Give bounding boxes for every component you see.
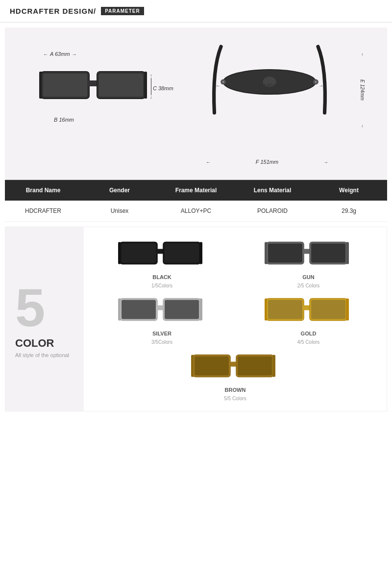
front-view: ← A 63mm → B 16mm C 38mm [24,42,191,160]
top-view: ← D 146mm → ↑ E 124mm ↓ ← F 151mm → [201,42,368,170]
color-item-brown: BROWN 5/5 Colors [165,350,306,401]
brown-count: 5/5 Colors [224,396,246,401]
header-lens-material: Lens Material [234,185,311,196]
svg-rect-22 [268,244,302,263]
val-frame-material: ALLOY+PC [158,206,234,215]
dim-b-label: B 16mm [54,117,74,123]
svg-rect-6 [144,72,147,99]
gun-count: 2/5 Colors [297,283,320,288]
svg-rect-33 [199,299,202,321]
val-weight: 29.3g [311,206,387,215]
sunglasses-black [118,237,206,271]
sunglasses-gun [265,237,353,271]
specs-values-row: HDCRAFTER Unisex ALLOY+PC POLAROID 29.3g [5,201,387,222]
svg-rect-36 [268,300,302,319]
svg-rect-18 [165,244,199,263]
svg-rect-5 [99,74,143,97]
svg-rect-19 [199,242,202,264]
parameter-badge: PARAMETER [101,7,144,15]
black-count: 1/5Colors [151,283,172,288]
svg-rect-43 [195,357,229,376]
gold-label: GOLD [301,331,317,336]
dimensions-section: ← A 63mm → B 16mm C 38mm [5,27,387,180]
color-item-gold: GOLD 4/5 Colors [240,293,377,345]
svg-rect-25 [311,244,345,263]
brand-title: HDCRAFTER DESIGN/ [10,7,96,15]
gold-count: 4/5 Colors [297,339,320,345]
sunglasses-silver [118,293,206,328]
header-brand-name: Brand Name [5,185,81,196]
header-frame-material: Frame Material [158,185,234,196]
color-count-number: 5 [15,281,45,334]
black-label: BLACK [152,274,172,280]
color-item-black: BLACK 1/5Colors [94,237,230,288]
val-lens-material: POLAROID [234,206,311,215]
header-gender: Gender [81,185,158,196]
svg-rect-47 [272,355,275,377]
svg-rect-29 [122,300,156,319]
color-label: COLOR [15,337,54,350]
silver-count: 3/5Colors [151,339,172,345]
sunglasses-gold [265,293,353,328]
dim-f-label: F 151mm [256,159,278,165]
svg-rect-26 [346,242,349,264]
svg-rect-46 [238,357,272,376]
colors-grid: BLACK 1/5Colors GUN 2/5 Colors [84,227,387,411]
brown-label: BROWN [225,387,246,393]
svg-rect-32 [165,300,199,319]
color-item-silver: SILVER 3/5Colors [94,293,230,345]
colors-sidebar: 5 COLOR All style of the optional [5,227,84,411]
dim-c-label: C 38mm [153,85,173,91]
header-weight: Weignt [311,185,387,196]
silver-label: SILVER [152,331,172,336]
val-brand-name: HDCRAFTER [5,206,81,215]
val-gender: Unisex [81,206,158,215]
color-sublabel: All style of the optional [15,352,69,358]
header: HDCRAFTER DESIGN/ PARAMETER [0,0,392,23]
front-sunglasses-svg [39,67,147,106]
color-item-gun: GUN 2/5 Colors [240,237,377,288]
dim-a-label: A 63mm [50,51,70,57]
specs-table: Brand Name Gender Frame Material Lens Ma… [5,180,387,222]
dim-d-label: D 146mm [258,82,281,88]
dim-e-label: E 124mm [360,79,365,101]
colors-section: 5 COLOR All style of the optional BLACK … [5,227,387,411]
svg-rect-39 [311,300,345,319]
gun-label: GUN [302,274,314,280]
specs-header-row: Brand Name Gender Frame Material Lens Ma… [5,180,387,201]
svg-rect-15 [122,244,156,263]
svg-rect-2 [43,74,87,97]
svg-rect-40 [346,299,349,321]
sunglasses-brown [191,350,279,384]
